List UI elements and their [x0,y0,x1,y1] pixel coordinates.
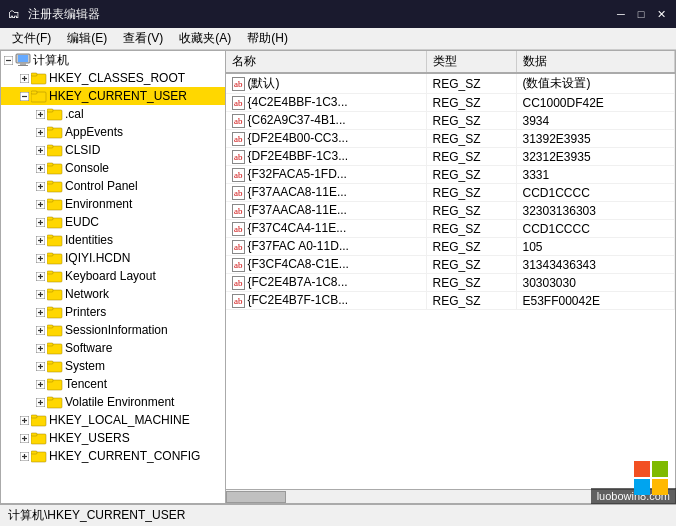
svg-rect-117 [634,479,650,495]
table-row[interactable]: ab{F32FACA5-1FD...REG_SZ3331 [226,166,675,184]
table-row[interactable]: ab(默认)REG_SZ(数值未设置) [226,73,675,94]
tree-item-sessioninfo[interactable]: SessionInformation [1,321,225,339]
expand-btn[interactable] [33,341,47,355]
table-cell-data: CC1000DF42E [516,94,675,112]
tree-item-network[interactable]: Network [1,285,225,303]
expand-btn[interactable] [33,269,47,283]
tree-item-software[interactable]: Software [1,339,225,357]
table-row[interactable]: ab{F37FAC A0-11D...REG_SZ105 [226,238,675,256]
status-bar: 计算机\HKEY_CURRENT_USER [0,504,676,526]
windows-logo [634,461,670,497]
svg-rect-79 [47,325,53,328]
table-cell-data: 31343436343 [516,256,675,274]
menu-item[interactable]: 查看(V) [115,28,171,49]
svg-rect-39 [47,181,53,184]
svg-rect-24 [47,127,53,130]
expand-btn[interactable] [33,395,47,409]
tree-item-controlpanel[interactable]: Control Panel [1,177,225,195]
expand-btn[interactable] [33,287,47,301]
expand-btn[interactable] [17,449,31,463]
expand-btn[interactable] [33,179,47,193]
table-row[interactable]: ab{F37AACA8-11E...REG_SZ32303136303 [226,202,675,220]
tree-item-system[interactable]: System [1,357,225,375]
tree-item-computer[interactable]: 计算机 [1,51,225,69]
tree-item-hkey_users[interactable]: HKEY_USERS [1,429,225,447]
tree-label: Software [65,341,112,355]
folder-icon [31,449,47,463]
tree-item-printers[interactable]: Printers [1,303,225,321]
tree-item-hkey_current_user[interactable]: HKEY_CURRENT_USER [1,87,225,105]
tree-label: HKEY_USERS [49,431,130,445]
svg-rect-29 [47,145,53,148]
table-cell-data: CCD1CCCC [516,220,675,238]
expand-btn[interactable] [17,431,31,445]
svg-rect-54 [47,235,53,238]
expand-btn[interactable] [33,197,47,211]
tree-item-hkey_local_machine[interactable]: HKEY_LOCAL_MACHINE [1,411,225,429]
expand-btn[interactable] [17,413,31,427]
expand-btn[interactable] [1,53,15,67]
folder-icon [31,431,47,445]
expand-btn[interactable] [33,125,47,139]
table-row[interactable]: ab{C62A9C37-4B1...REG_SZ3934 [226,112,675,130]
minimize-button[interactable]: ─ [612,5,630,23]
expand-btn[interactable] [33,107,47,121]
tree-label: Identities [65,233,113,247]
menu-item[interactable]: 文件(F) [4,28,59,49]
table-row[interactable]: ab{DF2E4B00-CC3...REG_SZ31392E3935 [226,130,675,148]
tree-item-clsid[interactable]: CLSID [1,141,225,159]
tree-item-eudc[interactable]: EUDC [1,213,225,231]
table-cell-name: ab{DF2E4B00-CC3... [226,130,426,148]
table-row[interactable]: ab{4C2E4BBF-1C3...REG_SZCC1000DF42E [226,94,675,112]
tree-item-volatile[interactable]: Volatile Environment [1,393,225,411]
tree-item-keyboard[interactable]: Keyboard Layout [1,267,225,285]
tree-item-environment[interactable]: Environment [1,195,225,213]
close-button[interactable]: ✕ [652,5,670,23]
tree-item-iqiyi[interactable]: IQIYI.HCDN [1,249,225,267]
expand-btn[interactable] [33,305,47,319]
expand-btn[interactable] [17,89,31,103]
menu-item[interactable]: 编辑(E) [59,28,115,49]
table-row[interactable]: ab{F3CF4CA8-C1E...REG_SZ31343436343 [226,256,675,274]
table-cell-data: 32303136303 [516,202,675,220]
maximize-button[interactable]: □ [632,5,650,23]
tree-item-hkey_classes_root[interactable]: HKEY_CLASSES_ROOT [1,69,225,87]
tree-item-cal[interactable]: .cal [1,105,225,123]
table-row[interactable]: ab{FC2E4B7A-1C8...REG_SZ30303030 [226,274,675,292]
table-cell-type: REG_SZ [426,292,516,310]
expand-btn[interactable] [33,233,47,247]
table-row[interactable]: ab{FC2E4B7F-1CB...REG_SZE53FF00042E [226,292,675,310]
menu-item[interactable]: 收藏夹(A) [171,28,239,49]
tree-item-hkey_current_config[interactable]: HKEY_CURRENT_CONFIG [1,447,225,465]
svg-rect-19 [47,109,53,112]
menu-item[interactable]: 帮助(H) [239,28,296,49]
expand-btn[interactable] [17,71,31,85]
table-header-2: 数据 [516,51,675,73]
folder-icon [47,377,63,391]
expand-btn[interactable] [33,323,47,337]
table-cell-name: ab{4C2E4BBF-1C3... [226,94,426,112]
table-cell-name: ab{F3CF4CA8-C1E... [226,256,426,274]
table-row[interactable]: ab{DF2E4BBF-1C3...REG_SZ32312E3935 [226,148,675,166]
folder-icon [47,215,63,229]
expand-btn[interactable] [33,377,47,391]
folder-icon [47,143,63,157]
expand-btn[interactable] [33,359,47,373]
table-cell-name: ab{F37FAC A0-11D... [226,238,426,256]
expand-btn[interactable] [33,251,47,265]
svg-rect-49 [47,217,53,220]
tree-label: AppEvents [65,125,123,139]
table-row[interactable]: ab{F37C4CA4-11E...REG_SZCCD1CCCC [226,220,675,238]
expand-btn[interactable] [33,143,47,157]
table-row[interactable]: ab{F37AACA8-11E...REG_SZCCD1CCCC [226,184,675,202]
tree-item-appevents[interactable]: AppEvents [1,123,225,141]
tree-item-console[interactable]: Console [1,159,225,177]
folder-icon [47,359,63,373]
expand-btn[interactable] [33,215,47,229]
expand-btn[interactable] [33,161,47,175]
tree-item-identities[interactable]: Identities [1,231,225,249]
svg-rect-5 [18,65,28,66]
table-cell-type: REG_SZ [426,166,516,184]
tree-item-tencent[interactable]: Tencent [1,375,225,393]
svg-rect-118 [652,479,668,495]
